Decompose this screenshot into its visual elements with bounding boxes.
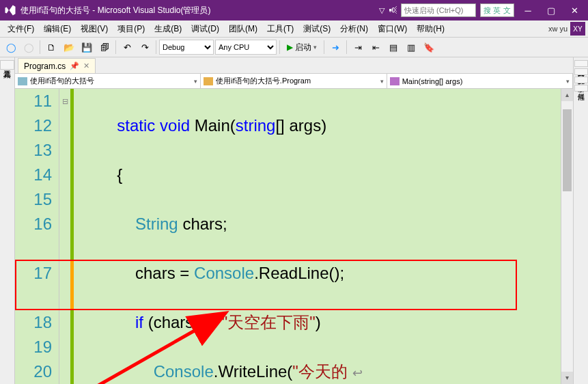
open-button[interactable]: 📂: [61, 39, 77, 55]
fold-marker[interactable]: ⊟: [59, 89, 70, 113]
config-select[interactable]: Debug: [159, 40, 214, 55]
vertical-scrollbar[interactable]: ▴ ▾: [561, 89, 573, 384]
maximize-button[interactable]: ▢: [542, 3, 561, 17]
menu-file[interactable]: 文件(F): [3, 23, 39, 35]
tab-row: Program.cs 📌 ✕: [15, 57, 573, 74]
toolbar: ◯ ◯ 🗋 📂 💾 🗐 ↶ ↷ Debug Any CPU ▶启动▾ ➜ ⇥ ⇤…: [0, 37, 588, 57]
menu-tools[interactable]: 工具(T): [262, 23, 298, 35]
user-name[interactable]: xw yu: [548, 25, 568, 33]
fold-column: ⊟: [59, 89, 70, 384]
close-button[interactable]: ✕: [565, 3, 584, 17]
minimize-button[interactable]: ─: [518, 3, 537, 17]
start-button[interactable]: ▶启动▾: [283, 42, 321, 53]
redo-button[interactable]: ↷: [137, 39, 153, 55]
class-icon: [204, 77, 213, 85]
platform-select[interactable]: Any CPU: [215, 40, 277, 55]
menu-build[interactable]: 生成(B): [150, 23, 186, 35]
back-button[interactable]: ◯: [3, 39, 19, 55]
scroll-up-button[interactable]: ▴: [561, 89, 573, 101]
tab-close-icon[interactable]: ✕: [83, 61, 89, 70]
save-button[interactable]: 💾: [79, 39, 95, 55]
properties-tab[interactable]: 属性: [574, 85, 588, 92]
comment-button[interactable]: ▤: [385, 39, 402, 55]
ime-indicator[interactable]: 搜 英 文: [480, 3, 514, 17]
team-explorer-tab[interactable]: 团队资源管理器: [574, 68, 588, 75]
pin-icon[interactable]: 📌: [70, 61, 79, 70]
menubar: 文件(F) 编辑(E) 视图(V) 项目(P) 生成(B) 调试(D) 团队(M…: [0, 20, 588, 37]
class-select[interactable]: 使用if语句的大括号.Program▾: [201, 74, 387, 88]
line-numbers: 11121314151617181920: [15, 89, 59, 384]
menu-team[interactable]: 团队(M): [224, 23, 262, 35]
method-select[interactable]: Main(string[] args)▾: [387, 74, 573, 88]
menu-test[interactable]: 测试(S): [298, 23, 335, 35]
scope-select[interactable]: 使用if语句的大括号▾: [15, 74, 201, 88]
undo-button[interactable]: ↶: [119, 39, 135, 55]
code-editor[interactable]: 11121314151617181920 ⊟ static void Main(…: [15, 89, 573, 384]
forward-button[interactable]: ◯: [20, 39, 37, 55]
menu-debug[interactable]: 调试(D): [186, 23, 224, 35]
uncomment-button[interactable]: ▥: [403, 39, 419, 55]
menu-help[interactable]: 帮助(H): [412, 23, 449, 35]
menu-edit[interactable]: 编辑(E): [39, 23, 76, 35]
toolbox-tab[interactable]: 工具箱: [0, 60, 14, 70]
saveall-button[interactable]: 🗐: [96, 39, 113, 55]
method-icon: [390, 77, 400, 85]
bookmark-button[interactable]: 🔖: [421, 39, 437, 55]
menu-view[interactable]: 视图(V): [76, 23, 113, 35]
user-avatar[interactable]: XY: [570, 22, 585, 36]
scroll-thumb[interactable]: [563, 109, 572, 191]
wrap-icon: ↩: [352, 366, 363, 380]
titlebar: 使用if语句的大括号 - Microsoft Visual Studio(管理员…: [0, 0, 588, 20]
quick-launch-input[interactable]: [401, 3, 476, 17]
left-sidebar: 工具箱: [0, 57, 15, 384]
right-sidebar: 解决方案资源管理器 团队资源管理器 诊断工具 属性: [573, 57, 588, 384]
scroll-down-button[interactable]: ▾: [561, 372, 573, 384]
file-tab[interactable]: Program.cs 📌 ✕: [18, 58, 96, 73]
outdent-button[interactable]: ⇤: [367, 39, 384, 55]
editor-area: Program.cs 📌 ✕ 使用if语句的大括号▾ 使用if语句的大括号.Pr…: [15, 57, 573, 384]
feedback-icon[interactable]: 🕬: [389, 5, 397, 15]
tab-label: Program.cs: [24, 61, 66, 71]
indent-button[interactable]: ⇥: [350, 39, 366, 55]
nav-bar: 使用if语句的大括号▾ 使用if语句的大括号.Program▾ Main(str…: [15, 74, 573, 89]
arrow-down-icon[interactable]: ▽: [379, 6, 384, 15]
menu-analyze[interactable]: 分析(N): [335, 23, 373, 35]
solution-explorer-tab[interactable]: 解决方案资源管理器: [574, 60, 588, 67]
menu-project[interactable]: 项目(P): [113, 23, 150, 35]
diagnostics-tab[interactable]: 诊断工具: [574, 77, 588, 83]
window-title: 使用if语句的大括号 - Microsoft Visual Studio(管理员…: [20, 5, 379, 16]
vs-logo-icon: [4, 4, 16, 16]
menu-window[interactable]: 窗口(W): [373, 23, 412, 35]
new-button[interactable]: 🗋: [43, 39, 59, 55]
csharp-icon: [18, 77, 27, 85]
step-button[interactable]: ➜: [327, 39, 344, 55]
code-text[interactable]: static void Main(string[] args) { String…: [74, 89, 561, 384]
